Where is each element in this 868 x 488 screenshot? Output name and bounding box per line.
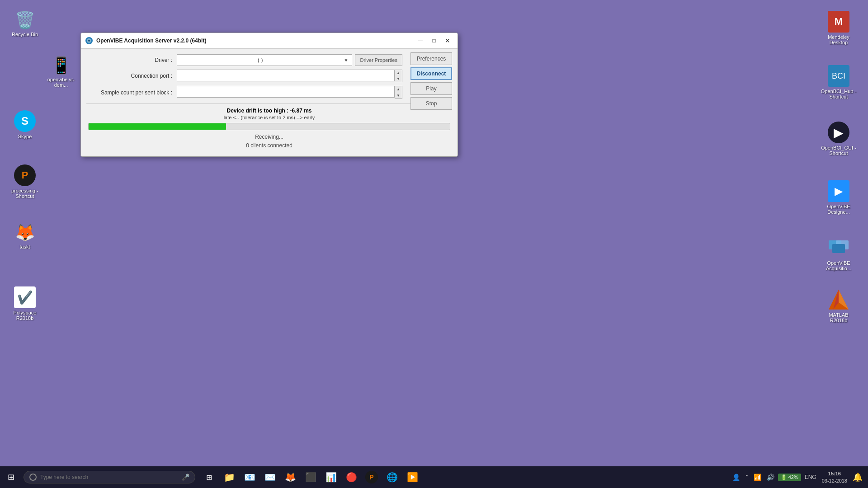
stop-button[interactable]: Stop [410,97,452,110]
task-view-button[interactable]: ⊞ [199,467,219,487]
up-arrow-tray[interactable]: ⌃ [744,473,750,481]
disconnect-button[interactable]: Disconnect [410,67,452,80]
firefox-taskbar-button[interactable]: 🦊 [280,467,300,487]
start-button[interactable]: ⊞ [0,466,22,488]
desktop-icon[interactable]: MATLAB R2018b [818,287,859,325]
port-up-arrow[interactable]: ▲ [395,70,402,76]
desktop-icon[interactable]: 🗑️ Recycle Bin [5,9,45,39]
language-indicator[interactable]: ENG [803,472,818,482]
connection-port-input[interactable]: 1024 [177,70,395,81]
polyspace-icon: ✔️ [14,286,36,308]
acquisition-server-window: OpenViBE Acquisition Server v2.2.0 (64bi… [80,33,458,157]
status-area: Device drift is too high : -6.87 ms late… [86,103,452,150]
drift-warning-text: Device drift is too high : -6.87 ms [226,108,311,114]
processing-icon: P [14,164,36,186]
window-controls: ─ □ ✕ [414,36,454,45]
desktop-icon[interactable]: P processing - Shortcut [5,163,45,201]
file-explorer-button[interactable]: 📁 [219,467,239,487]
desktop-icon[interactable]: 🦊 taskt [5,221,45,251]
driver-dropdown-arrow[interactable]: ▼ [342,55,350,66]
desktop-icon[interactable]: BCI OpenBCI_Hub - Shortcut [818,63,859,101]
openvibe-acq-icon [828,237,849,258]
progress-bar-container [88,123,450,130]
sample-count-label: Sample count per sent block : [86,89,177,96]
taskt-label: taskt [19,244,30,249]
svg-rect-2 [832,244,845,253]
outlook-button[interactable]: 📧 [240,467,259,487]
mail-button[interactable]: ✉️ [260,467,280,487]
maximize-button[interactable]: □ [428,36,440,45]
action-buttons-panel: Preferences Disconnect Play Stop [410,52,452,110]
desktop-icon[interactable]: S Skype [5,108,45,141]
terminal-button[interactable]: ⬛ [301,467,321,487]
minimize-button[interactable]: ─ [414,36,427,45]
play-taskbar-button[interactable]: ▶️ [402,467,422,487]
sample-count-container: 32 ▲ ▼ [177,86,402,99]
receiving-status: Receiving... 0 clients connected [86,133,452,150]
sample-down-arrow[interactable]: ▼ [395,93,402,99]
preferences-button[interactable]: Preferences [410,52,452,65]
network-wifi-icon[interactable]: 📶 [752,472,763,483]
battery-percent: 42% [788,474,798,480]
connection-port-label: Connection port : [86,73,177,79]
recycle-bin-icon: 🗑️ [15,11,35,30]
openbci-gui-icon: ▶ [828,122,849,143]
globe-button[interactable]: 🌐 [382,467,402,487]
port-input-container: 1024 ▲ ▼ [177,70,402,82]
search-circle-icon [29,474,37,481]
desktop-icon[interactable]: ▶ OpenViBE Designe... [818,178,859,216]
red-app-button[interactable]: 🔴 [341,467,361,487]
desktop-icon[interactable]: ✔️ Polyspace R2018b [5,285,45,323]
port-down-arrow[interactable]: ▼ [395,76,402,82]
volume-icon[interactable]: 🔊 [765,472,776,483]
openvibe-vr-icon: 📱 [51,56,71,75]
notification-icon[interactable]: 🔔 [851,470,864,484]
desktop-icon[interactable]: OpenViBE Acquisitio... [818,235,859,273]
matlab-icon [828,289,849,310]
openbci-gui-label: OpenBCI_GUI - Shortcut [820,145,857,156]
svg-point-8 [88,40,90,42]
play-button[interactable]: Play [410,82,452,95]
window-icon [85,36,94,45]
network-icon[interactable]: 👤 [731,472,742,483]
openvibe-designer-icon: ▶ [828,180,849,202]
taskbar: ⊞ 🎤 ⊞ 📁 📧 ✉️ 🦊 ⬛ 📊 🔴 P 🌐 ▶️ 👤 ⌃ 📶 🔊 🔋 42… [0,466,868,488]
sample-up-arrow[interactable]: ▲ [395,86,402,92]
receiving-line2: 0 clients connected [86,141,452,150]
polyspace-label: Polyspace R2018b [6,310,43,321]
mendeley-icon: M [828,11,849,33]
receiving-line1: Receiving... [86,133,452,141]
skype-label: Skype [18,134,32,139]
window-body: Preferences Disconnect Play Stop Driver … [81,49,458,156]
sample-count-row: Sample count per sent block : 32 ▲ ▼ [86,86,402,99]
desktop-icon[interactable]: 📱 openvibe vr-dem... [41,54,81,89]
battery-icon: 🔋 [781,474,787,480]
driver-properties-button[interactable]: Driver Properties [355,54,402,66]
battery-indicator[interactable]: 🔋 42% [778,474,801,481]
openvibe-designer-label: OpenViBE Designe... [820,204,857,215]
close-button[interactable]: ✕ [441,36,454,45]
taskbar-clock[interactable]: 15:16 03-12-2018 [820,470,849,485]
driver-select[interactable]: ( ) ▼ [177,54,352,66]
taskbar-search[interactable]: 🎤 [24,471,195,483]
clock-time: 15:16 [822,470,847,478]
processing-label: processing - Shortcut [6,188,43,199]
skype-icon: S [14,110,36,132]
microphone-icon[interactable]: 🎤 [182,474,189,481]
recycle-bin-label: Recycle Bin [12,32,38,37]
taskt-icon: 🦊 [15,223,35,242]
driver-value: ( ) [179,57,342,63]
desktop-icon[interactable]: ▶ OpenBCI_GUI - Shortcut [818,120,859,158]
processing-taskbar-button[interactable]: P [362,467,382,487]
driver-row: Driver : ( ) ▼ Driver Properties [86,54,402,66]
openbci-hub-label: OpenBCI_Hub - Shortcut [820,89,857,99]
clock-date: 03-12-2018 [822,477,847,485]
tableau-button[interactable]: 📊 [321,467,341,487]
desktop-icon[interactable]: M Mendeley Desktop [818,9,859,47]
driver-label: Driver : [86,57,177,63]
openvibe-acq-label: OpenViBE Acquisitio... [820,260,857,271]
drift-subtitle: late <-- (tolerance is set to 2 ms) --> … [86,115,452,120]
sample-count-input[interactable]: 32 [177,86,395,98]
taskbar-apps: ⊞ 📁 📧 ✉️ 🦊 ⬛ 📊 🔴 P 🌐 ▶️ [199,467,422,487]
search-input[interactable] [40,474,179,480]
